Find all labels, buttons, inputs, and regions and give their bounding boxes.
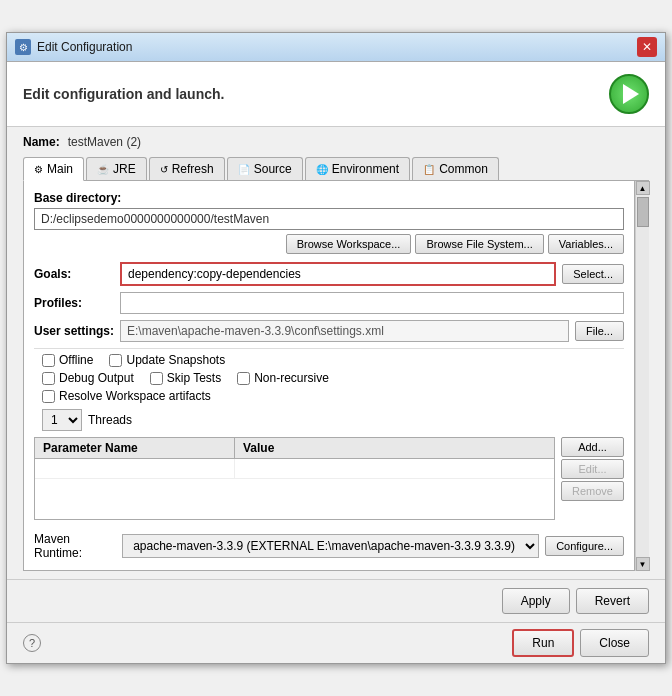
panel-with-scroll: Base directory: Browse Workspace... Brow… bbox=[23, 181, 649, 571]
add-button[interactable]: Add... bbox=[561, 437, 624, 457]
base-directory-label: Base directory: bbox=[34, 191, 624, 205]
value-col-header: Value bbox=[235, 438, 554, 458]
profiles-input[interactable] bbox=[120, 292, 624, 314]
close-button[interactable]: Close bbox=[580, 629, 649, 657]
help-button[interactable]: ? bbox=[23, 634, 41, 652]
main-panel: Base directory: Browse Workspace... Brow… bbox=[23, 181, 635, 571]
goals-label: Goals: bbox=[34, 267, 114, 281]
user-settings-label: User settings: bbox=[34, 324, 114, 338]
maven-runtime-select[interactable]: apache-maven-3.3.9 (EXTERNAL E:\maven\ap… bbox=[122, 534, 539, 558]
name-value: testMaven (2) bbox=[68, 135, 141, 149]
window-title: Edit Configuration bbox=[37, 40, 132, 54]
edit-button[interactable]: Edit... bbox=[561, 459, 624, 479]
param-name-col-header: Parameter Name bbox=[35, 438, 235, 458]
tab-common[interactable]: 📋 Common bbox=[412, 157, 499, 180]
footer-right-buttons: Run Close bbox=[512, 629, 649, 657]
header-area: Edit configuration and launch. bbox=[7, 62, 665, 127]
table-row bbox=[35, 459, 554, 479]
checkboxes-row1: Offline Update Snapshots bbox=[34, 353, 624, 367]
base-directory-field: Base directory: Browse Workspace... Brow… bbox=[34, 191, 624, 254]
edit-configuration-window: ⚙ Edit Configuration ✕ Edit configuratio… bbox=[6, 32, 666, 664]
user-settings-input[interactable] bbox=[120, 320, 569, 342]
apply-button[interactable]: Apply bbox=[502, 588, 570, 614]
remove-button[interactable]: Remove bbox=[561, 481, 624, 501]
name-label: Name: bbox=[23, 135, 60, 149]
skip-tests-label: Skip Tests bbox=[167, 371, 221, 385]
run-button[interactable]: Run bbox=[512, 629, 574, 657]
content-area: ⚙ Main ☕ JRE ↺ Refresh 📄 Source 🌐 Enviro… bbox=[7, 157, 665, 579]
profiles-label: Profiles: bbox=[34, 296, 114, 310]
offline-checkbox[interactable] bbox=[42, 354, 55, 367]
tab-main[interactable]: ⚙ Main bbox=[23, 157, 84, 181]
scrollbar[interactable]: ▲ ▼ bbox=[635, 181, 649, 571]
play-triangle bbox=[623, 84, 639, 104]
update-snapshots-label: Update Snapshots bbox=[126, 353, 225, 367]
checkboxes-row3: Resolve Workspace artifacts bbox=[34, 389, 624, 403]
file-button[interactable]: File... bbox=[575, 321, 624, 341]
header-title: Edit configuration and launch. bbox=[23, 86, 224, 102]
close-window-button[interactable]: ✕ bbox=[637, 37, 657, 57]
title-bar-left: ⚙ Edit Configuration bbox=[15, 39, 132, 55]
table-header: Parameter Name Value bbox=[35, 438, 554, 459]
variables-button[interactable]: Variables... bbox=[548, 234, 624, 254]
tab-refresh-label: Refresh bbox=[172, 162, 214, 176]
non-recursive-checkbox[interactable] bbox=[237, 372, 250, 385]
run-icon-button[interactable] bbox=[609, 74, 649, 114]
tab-refresh[interactable]: ↺ Refresh bbox=[149, 157, 225, 180]
select-goals-button[interactable]: Select... bbox=[562, 264, 624, 284]
environment-tab-icon: 🌐 bbox=[316, 164, 328, 175]
browse-workspace-button[interactable]: Browse Workspace... bbox=[286, 234, 412, 254]
profiles-field: Profiles: bbox=[34, 292, 624, 314]
update-snapshots-checkbox[interactable] bbox=[109, 354, 122, 367]
goals-field: Goals: Select... bbox=[34, 262, 624, 286]
table-body bbox=[35, 459, 554, 519]
revert-button[interactable]: Revert bbox=[576, 588, 649, 614]
debug-output-checkbox-item: Debug Output bbox=[42, 371, 134, 385]
offline-checkbox-item: Offline bbox=[42, 353, 93, 367]
tab-common-label: Common bbox=[439, 162, 488, 176]
browse-buttons-row: Browse Workspace... Browse File System..… bbox=[34, 234, 624, 254]
tab-environment[interactable]: 🌐 Environment bbox=[305, 157, 410, 180]
tabs: ⚙ Main ☕ JRE ↺ Refresh 📄 Source 🌐 Enviro… bbox=[23, 157, 649, 181]
tab-source[interactable]: 📄 Source bbox=[227, 157, 303, 180]
table-buttons: Add... Edit... Remove bbox=[561, 437, 624, 501]
threads-row: 1 2 4 Threads bbox=[34, 409, 624, 431]
resolve-workspace-label: Resolve Workspace artifacts bbox=[59, 389, 211, 403]
footer-row: ? Run Close bbox=[7, 622, 665, 663]
offline-label: Offline bbox=[59, 353, 93, 367]
skip-tests-checkbox-item: Skip Tests bbox=[150, 371, 221, 385]
non-recursive-label: Non-recursive bbox=[254, 371, 329, 385]
scroll-down-button[interactable]: ▼ bbox=[636, 557, 650, 571]
title-bar: ⚙ Edit Configuration ✕ bbox=[7, 33, 665, 62]
maven-runtime-row: Maven Runtime: apache-maven-3.3.9 (EXTER… bbox=[34, 532, 624, 560]
goals-input[interactable] bbox=[120, 262, 556, 286]
scroll-thumb[interactable] bbox=[637, 197, 649, 227]
configure-button[interactable]: Configure... bbox=[545, 536, 624, 556]
resolve-workspace-checkbox-item: Resolve Workspace artifacts bbox=[42, 389, 211, 403]
debug-output-checkbox[interactable] bbox=[42, 372, 55, 385]
tab-jre[interactable]: ☕ JRE bbox=[86, 157, 147, 180]
user-settings-field: User settings: File... bbox=[34, 320, 624, 342]
tab-source-label: Source bbox=[254, 162, 292, 176]
value-cell bbox=[235, 459, 554, 478]
resolve-workspace-checkbox[interactable] bbox=[42, 390, 55, 403]
update-snapshots-checkbox-item: Update Snapshots bbox=[109, 353, 225, 367]
parameter-table: Parameter Name Value bbox=[34, 437, 555, 520]
skip-tests-checkbox[interactable] bbox=[150, 372, 163, 385]
refresh-tab-icon: ↺ bbox=[160, 164, 168, 175]
checkboxes-row2: Debug Output Skip Tests Non-recursive bbox=[34, 371, 624, 385]
base-directory-input[interactable] bbox=[34, 208, 624, 230]
threads-select[interactable]: 1 2 4 bbox=[42, 409, 82, 431]
table-area-row: Parameter Name Value Add... Edit... bbox=[34, 437, 624, 526]
jre-tab-icon: ☕ bbox=[97, 164, 109, 175]
maven-runtime-label: Maven Runtime: bbox=[34, 532, 116, 560]
browse-filesystem-button[interactable]: Browse File System... bbox=[415, 234, 543, 254]
window-icon: ⚙ bbox=[15, 39, 31, 55]
bottom-buttons: Apply Revert bbox=[7, 579, 665, 622]
source-tab-icon: 📄 bbox=[238, 164, 250, 175]
param-name-cell bbox=[35, 459, 235, 478]
tab-main-label: Main bbox=[47, 162, 73, 176]
scroll-up-button[interactable]: ▲ bbox=[636, 181, 650, 195]
non-recursive-checkbox-item: Non-recursive bbox=[237, 371, 329, 385]
divider1 bbox=[34, 348, 624, 349]
